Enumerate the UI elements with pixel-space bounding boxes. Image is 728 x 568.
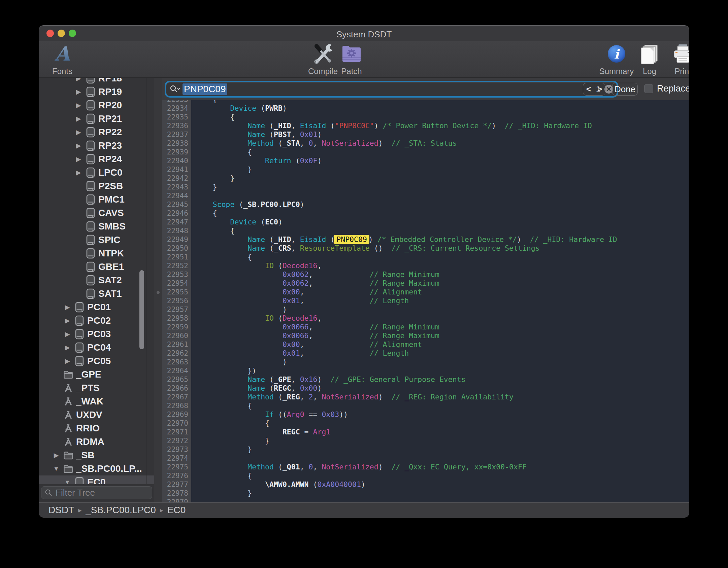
tree-item-label: _WAK bbox=[76, 396, 103, 407]
tree-item-label: CAVS bbox=[98, 208, 124, 218]
device-icon bbox=[86, 78, 96, 84]
tree-item-label: P2SB bbox=[98, 181, 123, 191]
tree-item-label: NTPK bbox=[98, 248, 124, 259]
line-number: 22979 bbox=[162, 498, 191, 502]
code-line: 22965 Name (_GPE, 0x16) // _GPE: General… bbox=[162, 375, 689, 384]
sidebar-scrollbar-thumb[interactable] bbox=[139, 270, 144, 349]
device-icon bbox=[86, 100, 96, 111]
find-previous-button[interactable]: < bbox=[583, 83, 594, 95]
disclosure-triangle-icon[interactable]: ▶ bbox=[63, 344, 72, 351]
splitter-handle-dot bbox=[157, 291, 160, 294]
search-icon[interactable] bbox=[170, 85, 180, 94]
code-line: 22975 Method (_Q01, 0, NotSerialized) //… bbox=[162, 463, 689, 471]
code-line: 22938 Method (_STA, 0, NotSerialized) //… bbox=[162, 139, 689, 148]
code-line: 22942 } bbox=[162, 174, 689, 183]
code-lines: 22933 {22934 Device (PWRB)22935 {22936 N… bbox=[162, 100, 689, 502]
editor-pane: PNP0C09 1 ✕ < > Done Replace 22933 {2293… bbox=[162, 78, 689, 502]
disclosure-triangle-icon[interactable]: ▼ bbox=[63, 479, 72, 485]
disclosure-triangle-icon[interactable]: ▶ bbox=[63, 304, 72, 311]
disclosure-triangle-icon[interactable]: ▶ bbox=[52, 452, 61, 459]
method-icon bbox=[63, 410, 73, 420]
device-icon bbox=[74, 315, 85, 326]
disclosure-triangle-icon[interactable]: ▶ bbox=[63, 330, 72, 338]
line-number: 22941 bbox=[162, 165, 191, 174]
tree-item-label: PC04 bbox=[87, 342, 111, 353]
code-line: 22964 }) bbox=[162, 366, 689, 375]
disclosure-triangle-icon[interactable]: ▶ bbox=[74, 88, 83, 96]
disclosure-triangle-icon[interactable]: ▶ bbox=[74, 115, 83, 122]
find-bar: PNP0C09 1 ✕ < > Done Replace bbox=[162, 78, 689, 100]
code-line: 22955 0x00, // Alignment bbox=[162, 288, 689, 296]
sidebar-scrollbar-track[interactable] bbox=[137, 78, 146, 484]
disclosure-triangle-icon[interactable]: ▶ bbox=[63, 357, 72, 365]
window-title: System DSDT bbox=[39, 29, 689, 40]
disclosure-triangle-icon[interactable]: ▶ bbox=[74, 155, 83, 163]
disclosure-triangle-icon[interactable]: ▼ bbox=[52, 465, 61, 472]
disclosure-triangle-icon[interactable]: ▶ bbox=[74, 102, 83, 109]
code-line: 22978 } bbox=[162, 489, 689, 498]
tree-item-label: SPIC bbox=[98, 235, 120, 245]
summary-button[interactable]: i Summary bbox=[598, 42, 635, 76]
tree-item-label: EC0 bbox=[87, 477, 105, 484]
print-button[interactable]: Print bbox=[666, 42, 689, 76]
device-icon bbox=[86, 288, 96, 299]
tree-item-label: UXDV bbox=[76, 410, 102, 420]
line-number: 22969 bbox=[162, 410, 191, 419]
filter-tree-box[interactable] bbox=[41, 486, 152, 499]
replace-checkbox[interactable] bbox=[644, 84, 653, 93]
device-icon bbox=[86, 235, 96, 245]
line-number: 22936 bbox=[162, 121, 191, 130]
code-line: 22950 Name (_CRS, ResourceTemplate () //… bbox=[162, 244, 689, 253]
disclosure-triangle-icon[interactable]: ▶ bbox=[63, 317, 72, 324]
search-query-text: PNP0C09 bbox=[183, 83, 227, 95]
line-number: 22956 bbox=[162, 296, 191, 305]
device-icon bbox=[86, 113, 96, 124]
line-number: 22970 bbox=[162, 419, 191, 428]
disclosure-triangle-icon[interactable]: ▶ bbox=[74, 169, 83, 176]
line-number: 22940 bbox=[162, 156, 191, 165]
code-line: 22958 IO (Decode16, bbox=[162, 314, 689, 323]
folder-icon bbox=[63, 463, 73, 474]
breadcrumb-item[interactable]: DSDT bbox=[48, 505, 74, 516]
code-line: 22939 { bbox=[162, 148, 689, 156]
compile-icon bbox=[312, 42, 334, 65]
line-number: 22976 bbox=[162, 471, 191, 480]
disclosure-triangle-icon[interactable]: ▶ bbox=[74, 78, 83, 82]
code-line: 22941 } bbox=[162, 165, 689, 174]
done-button[interactable]: Done bbox=[612, 83, 638, 96]
tree-item-label: LPC0 bbox=[98, 167, 123, 178]
titlebar[interactable]: System DSDT bbox=[39, 26, 689, 41]
breadcrumb-item[interactable]: _SB.PC00.LPC0 bbox=[86, 505, 156, 516]
code-line: 22953 0x0062, // Range Minimum bbox=[162, 270, 689, 279]
search-icon bbox=[45, 489, 52, 496]
line-number: 22967 bbox=[162, 393, 191, 401]
code-editor[interactable]: 22933 {22934 Device (PWRB)22935 {22936 N… bbox=[162, 100, 689, 502]
device-icon bbox=[86, 275, 96, 286]
pane-splitter[interactable] bbox=[154, 78, 162, 502]
code-line: 22969 If ((Arg0 == 0x03)) bbox=[162, 410, 689, 419]
line-number: 22949 bbox=[162, 235, 191, 244]
tree-item-label: SAT2 bbox=[98, 275, 122, 286]
tree-item-label: _GPE bbox=[76, 369, 101, 380]
disclosure-triangle-icon[interactable]: ▶ bbox=[74, 142, 83, 149]
line-number: 22962 bbox=[162, 349, 191, 358]
code-line: 22936 Name (_HID, EisaId ("PNP0C0C") /* … bbox=[162, 121, 689, 130]
log-button[interactable]: Log bbox=[634, 42, 665, 76]
find-next-button[interactable]: > bbox=[594, 83, 605, 95]
code-line: 22947 Device (EC0) bbox=[162, 218, 689, 226]
filter-tree-input[interactable] bbox=[55, 487, 154, 498]
code-line: 22935 { bbox=[162, 113, 689, 121]
line-number: 22939 bbox=[162, 148, 191, 156]
device-icon bbox=[86, 194, 96, 205]
patch-button[interactable]: Patch bbox=[335, 42, 368, 76]
tree-item-label: GBE1 bbox=[98, 261, 124, 272]
line-number: 22948 bbox=[162, 226, 191, 235]
breadcrumb-item[interactable]: EC0 bbox=[167, 505, 186, 516]
line-number: 22975 bbox=[162, 463, 191, 471]
search-input[interactable]: PNP0C09 1 ✕ bbox=[166, 82, 617, 96]
tree-item-label: PC03 bbox=[87, 329, 111, 340]
disclosure-triangle-icon[interactable]: ▶ bbox=[74, 129, 83, 136]
fonts-button[interactable]: A Fonts bbox=[44, 42, 81, 76]
device-icon bbox=[86, 181, 96, 191]
breadcrumb[interactable]: DSDT▸_SB.PC00.LPC0▸EC0 bbox=[39, 502, 689, 517]
